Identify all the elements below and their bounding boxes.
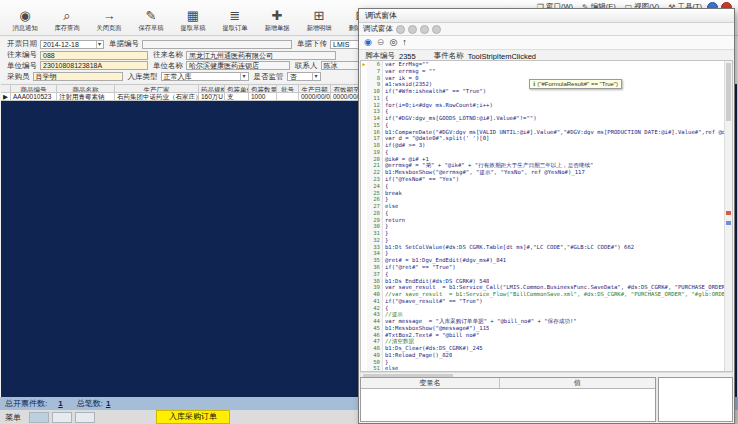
menu-label[interactable]: 菜单 [5, 412, 21, 423]
toolbar-button[interactable]: →关闭页面 [88, 8, 130, 33]
code-line: 47//清空数据 [361, 338, 732, 345]
code-text: } [383, 237, 388, 244]
grid-header-cell[interactable]: 商品编号 [11, 84, 57, 93]
line-number: 20 [367, 156, 383, 163]
grid-cell: AAA0010523 [11, 93, 57, 101]
chevron-down-icon[interactable]: ▾ [240, 72, 245, 81]
debug-inner-titlebar[interactable]: 调试窗体 [359, 23, 734, 36]
field-input[interactable]: 23010808123818A [40, 61, 148, 70]
window-button-icon[interactable] [432, 25, 441, 34]
window-button-icon[interactable] [420, 25, 429, 34]
code-line: 16b1:CompareDate("#DGV:dgv_ms[VALID_UNTI… [361, 129, 732, 136]
code-text: var ik = 0 [383, 75, 419, 82]
code-text: { [383, 122, 388, 129]
debug-toolbar: ◉ ⊖ ◎ ↑ [359, 36, 734, 50]
code-text: b1:CompareDate("#DGV:dgv_ms[VALID_UNTIL:… [383, 129, 732, 136]
debug-step-up-icon[interactable]: ↑ [402, 38, 407, 47]
script-code-editor[interactable]: ▶6var ErrMsg=""7var errmsg = ""8var ik =… [360, 60, 733, 372]
window-button-icon[interactable] [396, 25, 405, 34]
line-number: 11 [367, 95, 383, 102]
debug-stop-icon[interactable]: ◎ [389, 38, 397, 47]
window-tab[interactable] [75, 412, 95, 423]
grid-header-cell[interactable]: 商品名称 [57, 84, 115, 93]
grid-header-cell[interactable]: 生产日期 [299, 84, 331, 93]
line-number: 50 [367, 359, 383, 366]
code-text: //清空数据 [383, 338, 414, 345]
grid-header-cell[interactable]: 生产厂家 [115, 84, 199, 93]
code-line: 17var d = "@date0#".split(' ')[0] [361, 135, 732, 142]
code-text: @errmsg# = "第" + "@ik#" + "行有效期距大于生产日期三年… [383, 162, 593, 169]
code-line: 20@ik# = @i# +1 [361, 156, 732, 163]
chevron-down-icon[interactable]: ▾ [312, 72, 317, 81]
code-text: else [383, 203, 398, 210]
field-input[interactable] [142, 40, 292, 49]
field-dropdown[interactable]: 否▾ [287, 72, 321, 81]
field-dropdown[interactable]: 正常入库▾ [161, 72, 249, 81]
toolbar-button[interactable]: ◉消息通知 [4, 8, 46, 33]
code-text: b1:MessboxShow("@errmsg#", "提示", "YesNo"… [383, 169, 585, 176]
code-text: //var save_result = b1:Service_Flow("Bil… [383, 291, 732, 298]
line-number: 21 [367, 162, 383, 169]
line-number: 38 [367, 278, 383, 285]
line-number: 37 [367, 271, 383, 278]
field-input[interactable]: 088 [40, 51, 148, 60]
variables-panel: 变量名 值 [360, 377, 733, 422]
field-input[interactable]: 哈尔滨健康医药连锁店 [186, 61, 290, 70]
grid-header-cell[interactable] [1, 84, 11, 93]
debug-window-titlebar[interactable]: 调试窗体 [359, 9, 734, 23]
code-line: 28{ [361, 210, 732, 217]
grid-header-cell[interactable]: 药品规格 [199, 84, 225, 93]
field-label: 单位编号 [7, 61, 37, 71]
variables-col-name: 变量名 [361, 378, 500, 388]
window-tab[interactable] [29, 412, 49, 423]
debug-window: 调试窗体 调试窗体 ◉ ⊖ ◎ ↑ 脚本编号 2355 事件名称 ToolStr… [358, 8, 735, 424]
grid-header-cell[interactable]: 批号 [277, 84, 299, 93]
window-tab[interactable] [52, 412, 72, 423]
toolbar-button[interactable]: ⊞新增明细 [298, 8, 340, 33]
code-vertical-scrollbar[interactable] [724, 61, 732, 371]
chevron-down-icon[interactable]: ▾ [96, 40, 101, 49]
toolbar-button[interactable]: ✎保存草稿 [130, 8, 172, 33]
debug-continue-icon[interactable]: ◉ [364, 38, 372, 47]
line-number: 48 [367, 345, 383, 352]
code-line: 24{ [361, 183, 732, 190]
code-line: 22b1:MessboxShow("@errmsg#", "提示", "YesN… [361, 169, 732, 176]
toolbar-button[interactable]: ✚新增单据 [256, 8, 298, 33]
toolbar-button[interactable]: ⌕库存查询 [46, 8, 88, 33]
output-pane [658, 377, 733, 422]
code-text: { [383, 210, 388, 217]
field-input[interactable]: 肖学明 [33, 72, 123, 81]
field-value: 088 [43, 51, 55, 60]
code-line: 44var message = "入库采购订单单据" + "@bill_no#"… [361, 318, 732, 325]
field-label: 是否监管 [254, 72, 284, 82]
code-text: #TxtBox2.Text# = "@bill_no#" [383, 332, 479, 339]
grid-header-cell[interactable]: 包装数量 [249, 84, 277, 93]
code-text: } [383, 359, 388, 366]
window-button-icon[interactable] [408, 25, 417, 34]
code-line: 29return [361, 217, 732, 224]
grid-cell: 石药集团中诺药业（石家庄）有限公司 [115, 93, 199, 101]
grid-cell: 支 [225, 93, 249, 101]
code-text: var errmsg = "" [383, 68, 436, 75]
grid-cell: 160万U [199, 93, 225, 101]
toolbar-button[interactable]: ≣提取订单 [214, 8, 256, 33]
grid-header-cell[interactable]: 包装单位 [225, 84, 249, 93]
code-line: 34} [361, 250, 732, 257]
field-value: 肖学明 [36, 72, 57, 81]
code-text: if("@ret#" == "True") [383, 264, 456, 271]
tab-purchase-inbound-order[interactable]: 入库采购订单 [156, 410, 230, 424]
status-label-1: 总开票件数: [5, 398, 47, 409]
field-input[interactable]: 黑龙江九州通医药有限公司 [186, 51, 336, 60]
field-label: 入库类型 [128, 72, 158, 82]
debug-pause-icon[interactable]: ⊖ [377, 38, 385, 47]
code-line: 45b1:MessboxShow("@message#")_115 [361, 325, 732, 332]
line-number: 15 [367, 122, 383, 129]
toolbar-button[interactable]: ▦提取草稿 [172, 8, 214, 33]
debug-window-title: 调试窗体 [365, 10, 397, 21]
field-dropdown[interactable]: 2014-12-18▾ [40, 40, 104, 49]
code-text: { [383, 108, 388, 115]
row-indicator-icon: ▶ [1, 93, 11, 101]
notify-icon: ◉ [19, 8, 30, 23]
status-label-2: 总笔数: [77, 398, 103, 409]
extract-draft-icon: ▦ [187, 8, 199, 23]
